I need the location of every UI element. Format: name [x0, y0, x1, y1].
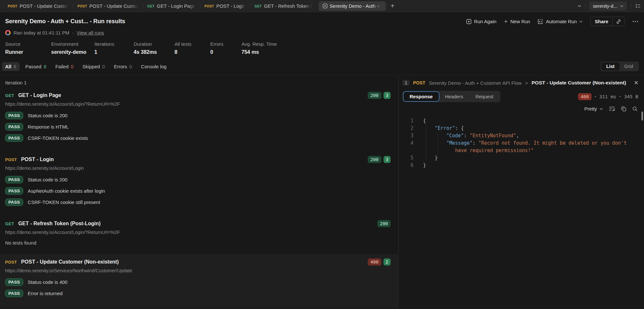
share-button[interactable]: Share: [591, 17, 612, 26]
breadcrumb-separator: >: [525, 80, 528, 86]
run-again-button[interactable]: Run Again: [466, 19, 496, 24]
request-url: https://demo.serenity.is/Services/Northw…: [5, 268, 393, 273]
tab-response[interactable]: Response: [403, 92, 439, 101]
tab-title: POST - Update Custom: [90, 3, 138, 9]
assertion-row: PASS CSRF-TOKEN cookie still present: [5, 198, 393, 206]
view-all-runs-link[interactable]: View all runs: [77, 30, 104, 35]
format-selector[interactable]: Pretty: [584, 106, 603, 111]
vertical-scrollbar-thumb[interactable]: [641, 111, 643, 121]
new-run-button[interactable]: + New Run: [504, 18, 530, 25]
new-run-label: New Run: [510, 19, 530, 24]
search-icon[interactable]: [632, 106, 638, 111]
divider: [631, 3, 631, 9]
dot-separator: ·: [72, 30, 74, 35]
response-body-editor: 1 { 2 "Error": { 3 "Code": "EntityNotFou…: [399, 115, 644, 308]
assertion-row: PASS Response is HTML: [5, 123, 393, 130]
pass-badge: PASS: [5, 278, 23, 286]
filter-passed[interactable]: Passed 8: [25, 64, 46, 69]
assertion-row: PASS AspNetAuth cookie exists after logi…: [5, 187, 393, 195]
code-line: 6 }: [399, 162, 644, 169]
dot-separator: •: [594, 94, 597, 99]
run-stats-row: Source Runner Environment serenity-demo …: [0, 36, 644, 62]
filter-errors[interactable]: Errors 0: [114, 64, 132, 69]
test-count-badge: 3: [384, 92, 391, 99]
filter-skipped[interactable]: Skipped 0: [82, 64, 105, 69]
request-name: GET - Login Page: [18, 92, 61, 98]
tab-get-refresh-token[interactable]: GET GET - Refresh Token (Po: [250, 0, 317, 12]
indent-guide: [426, 125, 426, 161]
filter-all[interactable]: All 8: [2, 62, 20, 71]
pass-badge: PASS: [5, 198, 23, 206]
status-badge: 200: [368, 156, 381, 163]
pass-badge: PASS: [5, 134, 23, 142]
run-results-header: Serenity Demo - Auth + Cust... - Run res…: [0, 12, 644, 26]
code-line: 3 "Code": "EntityNotFound",: [399, 132, 644, 140]
breadcrumb-request-name: POST - Update Customer (Non-existent): [532, 80, 626, 86]
response-tabs-row: Response Headers Request 400 • 311 ms • …: [399, 88, 644, 105]
close-icon[interactable]: ×: [634, 79, 638, 86]
assertion-row: PASS Status code is 200: [5, 112, 393, 119]
view-toggle-grid[interactable]: Grid: [620, 63, 638, 70]
chevron-down-icon: [620, 5, 623, 7]
tab-post-login[interactable]: POST POST - Login: [200, 0, 250, 12]
request-result-get-refresh-token[interactable]: GET GET - Refresh Token (Post-Login) 200…: [0, 216, 398, 249]
assertion-row: PASS Status code is 400: [5, 278, 393, 286]
tab-request[interactable]: Request: [469, 92, 499, 101]
tab-headers[interactable]: Headers: [439, 92, 469, 101]
response-time: 311 ms: [599, 94, 616, 99]
more-options-button[interactable]: [632, 21, 638, 22]
tab-title: POST - Update Custom: [20, 3, 69, 9]
tab-post-update-customer-2[interactable]: POST POST - Update Custom: [73, 0, 143, 12]
automate-icon: [538, 19, 543, 24]
request-result-get-login-page[interactable]: GET GET - Login Page 200 3 https://demo.…: [0, 87, 398, 146]
view-toggle-list[interactable]: List: [601, 63, 620, 70]
pass-badge: PASS: [5, 290, 23, 297]
method-label: GET: [5, 93, 14, 98]
stat-errors: Errors 0: [210, 41, 242, 55]
add-tab-button[interactable]: +: [387, 0, 398, 12]
method-label: GET: [5, 221, 14, 226]
method-label: GET: [147, 4, 155, 8]
tab-title: Serenity Demo - Auth + C: [330, 3, 382, 9]
tab-get-login-page[interactable]: GET GET - Login Page: [143, 0, 200, 12]
method-label: GET: [254, 4, 262, 8]
share-button-group: Share: [590, 17, 625, 26]
filter-failed[interactable]: Failed 0: [55, 64, 73, 69]
request-index-badge: 1: [402, 80, 410, 86]
tab-post-update-customer-1[interactable]: POST POST - Update Custom: [3, 0, 73, 12]
automate-run-label: Automate Run: [546, 19, 577, 24]
breadcrumb-collection: Serenity Demo - Auth + Customer API Flow: [429, 80, 522, 86]
pass-badge: PASS: [5, 176, 23, 183]
status-badge: 200: [368, 92, 381, 99]
method-label: POST: [5, 157, 17, 162]
pass-badge: PASS: [5, 123, 23, 130]
console-log-button[interactable]: Console log: [141, 64, 166, 69]
runner-logo-icon: [5, 30, 11, 35]
response-status-badge: 400: [578, 93, 591, 100]
test-count-badge: 2: [384, 258, 391, 266]
code-line: 1 {: [399, 117, 644, 125]
request-url: https://demo.serenity.is/Account/Login/?…: [5, 101, 393, 107]
detail-header: 1 POST Serenity Demo - Auth + Customer A…: [399, 78, 644, 88]
stat-source: Source Runner: [5, 41, 51, 55]
view-toggle: List Grid: [601, 62, 639, 71]
chevron-down-icon: [600, 108, 603, 110]
pass-badge: PASS: [5, 112, 23, 119]
copy-icon[interactable]: [621, 106, 626, 111]
environment-selector[interactable]: serenity-d...: [589, 2, 627, 11]
response-tab-group: Response Headers Request: [402, 91, 500, 102]
tab-runner-active[interactable]: Serenity Demo - Auth + C: [319, 1, 386, 11]
copy-link-button[interactable]: [613, 17, 624, 26]
response-toolbar: Pretty: [399, 105, 644, 115]
environment-quick-look-icon[interactable]: [635, 4, 641, 9]
tab-overflow-chevron-icon[interactable]: [578, 5, 581, 7]
request-name: POST - Update Customer (Non-existent): [21, 259, 119, 265]
environment-value: serenity-d...: [593, 4, 617, 9]
pass-badge: PASS: [5, 187, 23, 195]
automate-run-button[interactable]: Automate Run: [538, 19, 582, 24]
request-result-post-login[interactable]: POST POST - Login 200 3 https://demo.ser…: [0, 151, 398, 210]
wrap-text-icon[interactable]: [609, 106, 615, 111]
assertion-row: PASS CSRF-TOKEN cookie exists: [5, 134, 393, 142]
request-result-post-update-customer[interactable]: POST POST - Update Customer (Non-existen…: [0, 254, 398, 308]
link-icon: [616, 19, 621, 24]
